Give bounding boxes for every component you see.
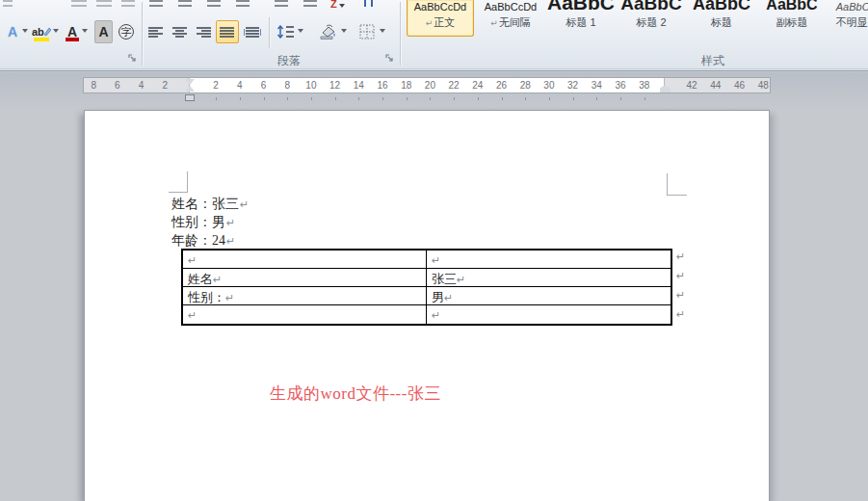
clipped-toolbar-icon[interactable] bbox=[121, 0, 135, 8]
clipped-toolbar-icon[interactable] bbox=[3, 0, 13, 8]
row-end-mark: ↵ bbox=[676, 308, 685, 321]
ruler-number: 6 bbox=[261, 78, 267, 92]
paragraph-dialog-launcher[interactable] bbox=[385, 54, 395, 64]
crop-mark-top-left bbox=[169, 192, 188, 193]
style-preview: AaBbCcDd bbox=[829, 0, 868, 13]
crop-mark-top-right bbox=[667, 195, 687, 196]
style-title[interactable]: AaBbC 标题 bbox=[688, 0, 755, 37]
align-center-button[interactable] bbox=[171, 20, 190, 43]
style-normal[interactable]: AaBbCcDd ↵正文 bbox=[407, 0, 474, 37]
align-left-button[interactable] bbox=[146, 20, 166, 43]
decrease-indent-button-clipped[interactable] bbox=[236, 0, 250, 8]
ruler-tick bbox=[549, 97, 550, 100]
highlight-pen-icon bbox=[42, 26, 51, 38]
font-color-button[interactable]: A bbox=[64, 20, 81, 43]
table-row: 性别：↵男↵ bbox=[183, 287, 671, 305]
table-cell[interactable]: ↵ bbox=[427, 250, 671, 268]
table-cell[interactable]: 姓名↵ bbox=[183, 269, 427, 286]
font-color-caret-icon[interactable] bbox=[82, 29, 88, 33]
paragraph-line[interactable]: 姓名：张三↵ bbox=[171, 196, 249, 214]
asian-layout-button-clipped[interactable] bbox=[303, 0, 317, 8]
ruler-tick bbox=[264, 97, 265, 100]
numbering-button-clipped[interactable] bbox=[178, 0, 192, 8]
line-spacing-button[interactable] bbox=[276, 20, 297, 43]
cell-end-mark: ↵ bbox=[225, 292, 234, 304]
cell-text: 男 bbox=[432, 290, 444, 304]
clipped-toolbar-icon[interactable] bbox=[71, 0, 87, 8]
justify-button[interactable] bbox=[216, 20, 239, 43]
table-cell[interactable]: ↵ bbox=[427, 305, 671, 324]
style-subtle-emphasis[interactable]: AaBbCcDd 不明显强调 bbox=[829, 0, 868, 37]
document-page[interactable]: 姓名：张三↵性别：男↵年龄：24↵ ↵↵姓名↵张三↵性别：↵男↵↵↵ ↵↵↵↵ … bbox=[85, 111, 769, 501]
ruler-number: 22 bbox=[449, 78, 460, 92]
style-label: 标题 2 bbox=[636, 16, 666, 28]
ruler-number: 32 bbox=[567, 78, 578, 92]
font-dialog-launcher[interactable] bbox=[128, 54, 138, 64]
word-window: Z A ab A A 字 bbox=[0, 0, 868, 501]
crop-mark-top-left bbox=[187, 171, 188, 192]
cell-text: 性别： bbox=[188, 290, 225, 304]
table-row: 姓名↵张三↵ bbox=[183, 269, 671, 287]
ruler-tick bbox=[358, 97, 359, 100]
ruler-tick bbox=[335, 97, 336, 100]
borders-button[interactable] bbox=[357, 20, 377, 43]
bullets-button-clipped[interactable] bbox=[149, 0, 163, 8]
multilevel-list-button-clipped[interactable] bbox=[207, 0, 221, 8]
shading-caret-icon[interactable] bbox=[341, 29, 347, 33]
text-effects-caret-icon[interactable] bbox=[22, 29, 28, 33]
highlight-color-bar bbox=[34, 38, 49, 41]
enclose-characters-icon: 字 bbox=[118, 24, 134, 40]
table-cell[interactable]: 男↵ bbox=[427, 287, 671, 304]
ruler-tick bbox=[240, 97, 241, 100]
style-subtitle[interactable]: AaBbC 副标题 bbox=[758, 0, 826, 37]
text-highlight-color-button[interactable]: ab bbox=[32, 20, 51, 43]
distributed-button[interactable] bbox=[242, 20, 263, 43]
font-color-bar bbox=[66, 38, 79, 41]
table-cell[interactable]: 张三↵ bbox=[427, 269, 671, 286]
style-heading1[interactable]: AaBbC 标题 1 bbox=[547, 0, 615, 37]
ruler-number: 44 bbox=[710, 78, 721, 92]
enclose-characters-button[interactable]: 字 bbox=[117, 20, 136, 43]
line-spacing-caret-icon[interactable] bbox=[298, 29, 303, 33]
table-cell[interactable]: 性别：↵ bbox=[183, 287, 427, 304]
shading-button[interactable] bbox=[318, 20, 339, 43]
ruler-tick bbox=[407, 97, 408, 100]
left-indent-marker[interactable] bbox=[185, 94, 195, 101]
ruler-tick bbox=[454, 97, 455, 100]
cell-end-mark: ↵ bbox=[444, 292, 453, 304]
line-spacing-icon bbox=[277, 25, 295, 39]
table-row: ↵↵ bbox=[183, 305, 671, 324]
paragraph-mark: ↵ bbox=[226, 235, 235, 248]
borders-caret-icon[interactable] bbox=[380, 29, 385, 33]
highlight-caret-icon[interactable] bbox=[53, 29, 59, 33]
styles-group-label: 样式 bbox=[701, 53, 724, 69]
style-label: 标题 bbox=[711, 16, 732, 28]
sort-button[interactable]: Z bbox=[330, 0, 345, 10]
document-table[interactable]: ↵↵姓名↵张三↵性别：↵男↵↵↵ bbox=[181, 249, 672, 326]
ruler-tick bbox=[525, 97, 526, 100]
cell-end-mark: ↵ bbox=[432, 254, 440, 267]
style-preview: AaBbCcDd bbox=[477, 0, 544, 13]
table-cell[interactable]: ↵ bbox=[183, 305, 427, 324]
closing-text[interactable]: 生成的word文件---张三 bbox=[270, 382, 441, 405]
tool-separator bbox=[269, 17, 270, 48]
ruler-number: 6 bbox=[115, 78, 120, 92]
increase-indent-button-clipped[interactable] bbox=[275, 0, 288, 8]
clipped-toolbar-icon[interactable] bbox=[96, 0, 112, 8]
paragraph-text: 性别：男 bbox=[171, 215, 225, 229]
row-end-mark: ↵ bbox=[676, 250, 685, 263]
align-right-icon bbox=[197, 26, 212, 39]
ruler-tick bbox=[430, 97, 431, 100]
character-shading-button[interactable]: A bbox=[94, 20, 113, 43]
cell-text: 姓名 bbox=[188, 272, 213, 286]
text-effects-button[interactable]: A bbox=[4, 20, 21, 43]
show-hide-marks-button[interactable] bbox=[364, 0, 373, 7]
align-right-button[interactable] bbox=[195, 20, 214, 43]
style-no-spacing[interactable]: AaBbCcDd ↵无间隔 bbox=[477, 0, 544, 37]
style-heading2[interactable]: AaBbC 标题 2 bbox=[618, 0, 685, 37]
align-left-icon bbox=[148, 26, 164, 39]
table-cell[interactable]: ↵ bbox=[183, 250, 427, 268]
borders-grid-icon bbox=[359, 24, 375, 40]
horizontal-ruler[interactable]: 8642246810121416182022242628303234363842… bbox=[83, 77, 771, 93]
paragraph-line[interactable]: 性别：男↵ bbox=[171, 214, 235, 232]
